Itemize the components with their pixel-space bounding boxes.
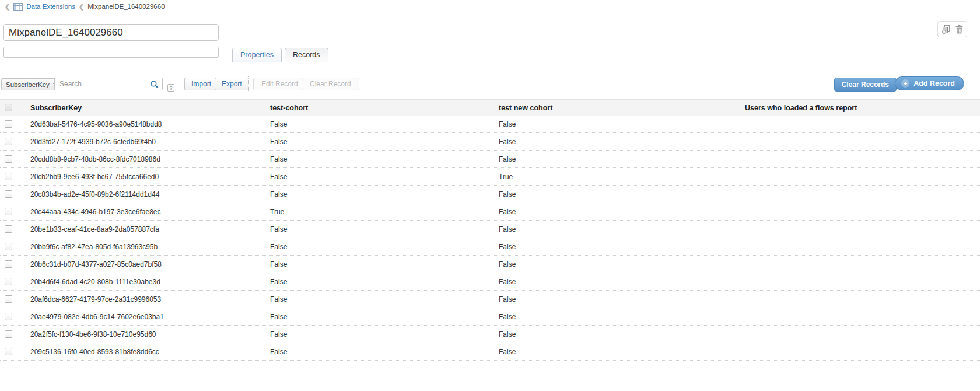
- table-row[interactable]: 20b6c31d-b07d-4377-a027-85c0aed7bf58 Fal…: [0, 256, 980, 273]
- records-toolbar: SubscriberKey ? Import Export Edit Recor…: [0, 75, 980, 98]
- import-button[interactable]: Import: [184, 78, 218, 90]
- row-checkbox[interactable]: [5, 173, 12, 180]
- toolbar-divider: [248, 76, 249, 92]
- breadcrumb-separator-icon: ❮: [79, 4, 84, 10]
- search-input[interactable]: [54, 78, 163, 90]
- row-checkbox[interactable]: [5, 295, 12, 303]
- row-checkbox[interactable]: [5, 138, 12, 145]
- table-row[interactable]: 20d63baf-5476-4c95-9036-a90e5148bdd8 Fal…: [0, 116, 980, 133]
- cell-test-cohort: False: [268, 243, 497, 251]
- help-icon[interactable]: ?: [167, 84, 174, 92]
- trash-icon[interactable]: [956, 25, 963, 34]
- table-header-row: SubscriberKey test-cohort test new cohor…: [0, 99, 980, 116]
- cell-test-cohort: False: [268, 330, 497, 338]
- cell-test-new-cohort: False: [497, 155, 743, 163]
- row-checkbox[interactable]: [5, 225, 12, 233]
- cell-test-new-cohort: False: [497, 295, 743, 303]
- cell-subscriberkey: 20be1b33-ceaf-41ce-8aa9-2da057887cfa: [28, 225, 268, 233]
- back-chevron-icon[interactable]: ❮: [5, 4, 10, 10]
- row-checkbox[interactable]: [5, 260, 12, 268]
- table-body: 20d63baf-5476-4c95-9036-a90e5148bdd8 Fal…: [0, 116, 980, 361]
- records-table: SubscriberKey test-cohort test new cohor…: [0, 99, 980, 361]
- breadcrumb-data-extensions-link[interactable]: Data Extensions: [26, 3, 75, 10]
- cell-test-cohort: False: [268, 225, 497, 233]
- cell-subscriberkey: 20b4d6f4-6dad-4c20-808b-1111e30abe3d: [28, 278, 268, 286]
- row-checkbox[interactable]: [5, 278, 12, 285]
- table-row[interactable]: 209c5136-16f0-40ed-8593-81b8fe8dd6cc Fal…: [0, 343, 980, 361]
- data-extension-records-page: { "breadcrumb": { "back_chevron": "❮", "…: [0, 0, 980, 391]
- cell-test-cohort: False: [268, 278, 497, 286]
- column-header-test-cohort[interactable]: test-cohort: [268, 104, 497, 112]
- tab-properties[interactable]: Properties: [232, 48, 282, 62]
- table-row[interactable]: 20af6dca-6627-4179-97ce-2a31c9996053 Fal…: [0, 291, 980, 308]
- cell-subscriberkey: 20c83b4b-ad2e-45f0-89b2-6f2114dd1d44: [28, 190, 268, 198]
- column-header-test-new-cohort[interactable]: test new cohort: [497, 104, 743, 112]
- row-checkbox[interactable]: [5, 190, 12, 198]
- edit-record-button[interactable]: Edit Record: [253, 78, 306, 90]
- cell-test-cohort: True: [268, 208, 497, 216]
- table-row[interactable]: 20d3fd27-172f-4939-b72c-6cfedb69f4b0 Fal…: [0, 133, 980, 151]
- cell-subscriberkey: 20cb2bb9-9ee6-493f-bc67-755fcca66ed0: [28, 173, 268, 181]
- table-row[interactable]: 20cdd8b8-9cb7-48db-86cc-8fdc7018986d Fal…: [0, 151, 980, 168]
- cell-subscriberkey: 20bb9f6c-af82-47ea-805d-f6a13963c95b: [28, 243, 268, 251]
- cell-subscriberkey: 20d3fd27-172f-4939-b72c-6cfedb69f4b0: [28, 138, 268, 146]
- clear-records-button[interactable]: Clear Records: [834, 78, 897, 92]
- table-row[interactable]: 20bb9f6c-af82-47ea-805d-f6a13963c95b Fal…: [0, 238, 980, 256]
- cell-test-new-cohort: True: [497, 173, 743, 181]
- table-row[interactable]: 20cb2bb9-9ee6-493f-bc67-755fcca66ed0 Fal…: [0, 168, 980, 186]
- cell-subscriberkey: 20a2f5fc-f130-4be6-9f38-10e710e95d60: [28, 330, 268, 338]
- table-row[interactable]: 20b4d6f4-6dad-4c20-808b-1111e30abe3d Fal…: [0, 273, 980, 291]
- select-all-checkbox[interactable]: [5, 104, 12, 111]
- cell-subscriberkey: 20c44aaa-434c-4946-b197-3e3ce6fae8ec: [28, 208, 268, 216]
- row-checkbox[interactable]: [5, 313, 12, 320]
- table-row[interactable]: 20c44aaa-434c-4946-b197-3e3ce6fae8ec Tru…: [0, 203, 980, 221]
- cell-test-new-cohort: False: [497, 243, 743, 251]
- export-button[interactable]: Export: [215, 78, 249, 90]
- cell-test-cohort: False: [268, 155, 497, 163]
- cell-test-cohort: False: [268, 138, 497, 146]
- search-icon[interactable]: [150, 80, 159, 91]
- row-checkbox[interactable]: [5, 348, 12, 355]
- cell-test-cohort: False: [268, 348, 497, 356]
- table-row[interactable]: 20be1b33-ceaf-41ce-8aa9-2da057887cfa Fal…: [0, 221, 980, 238]
- column-header-subscriberkey[interactable]: SubscriberKey: [28, 104, 268, 112]
- table-row[interactable]: 20ae4979-082e-4db6-9c14-7602e6e03ba1 Fal…: [0, 308, 980, 326]
- add-record-label: Add Record: [914, 79, 955, 88]
- data-extension-name-input[interactable]: [3, 24, 219, 41]
- cell-test-new-cohort: False: [497, 348, 743, 356]
- table-row[interactable]: 20c83b4b-ad2e-45f0-89b2-6f2114dd1d44 Fal…: [0, 186, 980, 203]
- cell-subscriberkey: 209c5136-16f0-40ed-8593-81b8fe8dd6cc: [28, 348, 268, 356]
- cell-test-new-cohort: False: [497, 138, 743, 146]
- row-checkbox[interactable]: [5, 208, 12, 215]
- tab-records[interactable]: Records: [285, 48, 328, 62]
- cell-subscriberkey: 20d63baf-5476-4c95-9036-a90e5148bdd8: [28, 120, 268, 128]
- cell-test-new-cohort: False: [497, 190, 743, 198]
- tab-strip: Properties Records: [0, 49, 980, 62]
- search-field-dropdown[interactable]: SubscriberKey: [1, 78, 62, 90]
- row-checkbox[interactable]: [5, 120, 12, 128]
- cell-subscriberkey: 20b6c31d-b07d-4377-a027-85c0aed7bf58: [28, 260, 268, 268]
- copy-icon[interactable]: [942, 25, 951, 34]
- column-header-users-flows-report[interactable]: Users who loaded a flows report: [743, 104, 980, 112]
- clear-record-button[interactable]: Clear Record: [302, 78, 359, 90]
- cell-test-new-cohort: False: [497, 278, 743, 286]
- cell-subscriberkey: 20af6dca-6627-4179-97ce-2a31c9996053: [28, 295, 268, 303]
- cell-test-cohort: False: [268, 190, 497, 198]
- data-extensions-grid-icon: [13, 3, 23, 11]
- cell-subscriberkey: 20cdd8b8-9cb7-48db-86cc-8fdc7018986d: [28, 155, 268, 163]
- cell-test-cohort: False: [268, 173, 497, 181]
- row-checkbox[interactable]: [5, 330, 12, 338]
- row-checkbox[interactable]: [5, 243, 12, 250]
- table-row[interactable]: 20a2f5fc-f130-4be6-9f38-10e710e95d60 Fal…: [0, 326, 980, 343]
- row-checkbox[interactable]: [5, 155, 12, 163]
- search-field-dropdown-value: SubscriberKey: [6, 81, 50, 88]
- cell-test-cohort: False: [268, 295, 497, 303]
- cell-test-new-cohort: False: [497, 225, 743, 233]
- breadcrumb: ❮ Data Extensions ❮ MixpanelDE_164002966…: [5, 2, 165, 11]
- cell-test-cohort: False: [268, 313, 497, 321]
- cell-test-new-cohort: False: [497, 313, 743, 321]
- cell-test-cohort: False: [268, 120, 497, 128]
- data-extension-actions: [937, 21, 967, 37]
- add-record-button[interactable]: + Add Record: [895, 76, 964, 90]
- cell-test-new-cohort: False: [497, 330, 743, 338]
